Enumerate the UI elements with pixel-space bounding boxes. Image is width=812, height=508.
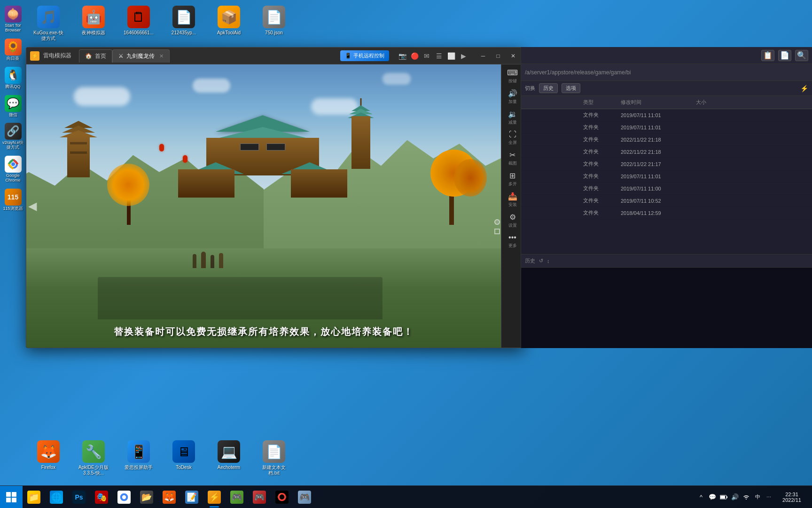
building-main: [169, 115, 357, 209]
game-checkbox-1[interactable]: [494, 229, 500, 234]
desktop-icon-youjia[interactable]: 🌻 向日葵: [1, 37, 25, 63]
tab-game-close[interactable]: ✕: [159, 53, 164, 59]
taskbar-chrome-tb[interactable]: [113, 486, 135, 508]
tray-ime[interactable]: 中: [753, 492, 762, 502]
desktop-icon-tor[interactable]: 🧅 Start Tor Browser: [1, 4, 25, 35]
sync-icon[interactable]: ↕: [547, 258, 550, 264]
file-date-7: 2019/07/11 11:00: [619, 185, 694, 192]
person-1: [193, 254, 196, 268]
tray-network[interactable]: [742, 492, 751, 502]
tray-expand[interactable]: ^: [696, 492, 706, 502]
desktop-icon-kugou-label: KuGou.exe-快捷方式: [31, 30, 65, 41]
file-row-1[interactable]: 文件夹 2019/07/11 11:01: [521, 109, 812, 121]
toolbar-camera-btn[interactable]: 📷: [397, 50, 408, 62]
history-btn[interactable]: 历史: [539, 83, 558, 93]
start-button[interactable]: [0, 486, 23, 508]
desktop-icon-todesk[interactable]: 🖥 ToDesk: [165, 438, 203, 478]
maximize-button[interactable]: □: [492, 51, 505, 61]
sidebar-fullscreen-btn[interactable]: ⛶ 全屏: [503, 128, 522, 148]
tray-message[interactable]: 💬: [708, 492, 717, 502]
sidebar-more-btn[interactable]: ••• 更多: [503, 231, 522, 251]
close-button[interactable]: ✕: [507, 51, 520, 61]
game-controls-right: [494, 219, 500, 234]
sidebar-voldown-btn[interactable]: 🔉 减量: [503, 108, 522, 127]
paste-btn[interactable]: 📄: [778, 50, 791, 61]
volume-down-icon: 🔉: [508, 110, 517, 119]
desktop-icon-apktoolaid[interactable]: 📦 ApkToolAid: [210, 4, 248, 38]
desktop-icon-weixin[interactable]: 💬 微信: [1, 93, 25, 119]
nav-arrow-left[interactable]: ◀: [28, 199, 37, 213]
pagoda-body: [67, 135, 90, 177]
taskbar-firefox-tb[interactable]: 🦊: [158, 486, 180, 508]
desktop-icon-firefox[interactable]: 🦊 Firefox: [30, 438, 67, 478]
toolbar-record-btn[interactable]: 🔴: [409, 50, 420, 62]
terminal-area[interactable]: [521, 268, 812, 348]
file-row-5[interactable]: 文件夹 2022/11/22 21:17: [521, 158, 812, 170]
desktop-icon-file1646[interactable]: 🗒 1646066661...: [120, 4, 157, 38]
tab-home[interactable]: 🏠 首页: [79, 49, 112, 63]
desktop-icon-browser115[interactable]: 115 115浏览器: [1, 187, 25, 213]
tray-volume[interactable]: 🔊: [730, 492, 740, 502]
file-row-6[interactable]: 文件夹 2019/07/11 11:01: [521, 170, 812, 183]
toolbar-menu-btn[interactable]: ☰: [433, 50, 445, 62]
desktop-icon-qq[interactable]: 🐧 腾讯QQ: [1, 65, 25, 91]
file-row-3[interactable]: 文件夹 2022/11/22 21:18: [521, 134, 812, 146]
file-row-2[interactable]: 文件夹 2019/07/11 11:01: [521, 121, 812, 134]
sidebar-multiopen-btn[interactable]: ⊞ 多开: [503, 169, 522, 189]
sidebar-screenshot-btn[interactable]: ✂ 截图: [503, 149, 522, 168]
desktop-icon-v2ray[interactable]: 🔗 v2rayN.e快捷方式: [1, 121, 25, 152]
copy-btn[interactable]: 📋: [761, 50, 774, 61]
tray-battery[interactable]: [719, 492, 728, 502]
minimize-button[interactable]: ─: [476, 51, 490, 61]
taskbar-filemanager[interactable]: 📂: [135, 486, 158, 508]
file-date-9: 2018/04/11 12:59: [619, 209, 694, 217]
search-btn[interactable]: 🔍: [795, 50, 808, 61]
tab-game[interactable]: ⚔ 九剑魔龙传 ✕: [112, 49, 170, 63]
taskbar-recording[interactable]: ⭕: [271, 486, 293, 508]
desktop-icon-aismirror[interactable]: 📱 爱思投屏助手: [120, 438, 157, 478]
path-display: /a/server1/appstore/release/game/game/bi: [525, 69, 808, 76]
taskbar-gamepad[interactable]: 🎮: [293, 486, 316, 508]
taskbar-game2[interactable]: 🎮: [248, 486, 271, 508]
taskbar-file-explorer[interactable]: 📁: [23, 486, 45, 508]
toolbar-sidebar-btn[interactable]: ▶: [458, 50, 469, 62]
taskbar-edge[interactable]: 🌐: [45, 486, 68, 508]
sidebar-volup-btn[interactable]: 🔊 加量: [503, 87, 522, 107]
desktop-icon-newfile[interactable]: 📄 新建文本文档.txt: [255, 438, 293, 478]
desktop-icon-json[interactable]: 📄 750.json: [255, 4, 293, 38]
refresh-icon[interactable]: ↺: [539, 258, 543, 264]
sidebar-keyboard-btn[interactable]: ⌨ 按键: [503, 66, 522, 86]
taskbar-app4[interactable]: 🎭: [90, 486, 113, 508]
desktop-icon-file212[interactable]: 📄 212435yp...: [165, 4, 203, 38]
game-radio-1[interactable]: [494, 219, 500, 225]
toolbar-expand-btn[interactable]: ⬜: [445, 50, 457, 62]
options-btn[interactable]: 选项: [562, 83, 580, 93]
taskbar-game1[interactable]: 🎮: [226, 486, 248, 508]
sidebar-settings-btn[interactable]: ⚙ 设置: [503, 211, 522, 230]
foliage-right: [454, 159, 487, 197]
desktop-icon-aechoterm[interactable]: 💻 Aechoterm: [210, 438, 248, 478]
taskbar-emulator-tb[interactable]: ⚡: [203, 486, 226, 508]
taskbar-clock[interactable]: 22:31 2022/11: [775, 492, 808, 503]
sidebar-install-btn[interactable]: 📥 安装: [503, 190, 522, 210]
desktop-icon-chrome[interactable]: Google Chrome: [1, 154, 25, 185]
file-row-9[interactable]: 文件夹 2018/04/11 12:59: [521, 207, 812, 219]
desktop-icon-tor-label: Start Tor Browser: [2, 24, 24, 33]
toolbar-mail-btn[interactable]: ✉: [421, 50, 432, 62]
remote-control-button[interactable]: 📱 手机远程控制: [340, 50, 389, 61]
desktop-icon-nox[interactable]: 🤖 夜神模拟器: [75, 4, 112, 38]
taskbar-photoshop[interactable]: Ps: [68, 486, 90, 508]
desktop-icon-kugou[interactable]: 🎵 KuGou.exe-快捷方式: [30, 4, 67, 43]
emulator-logo: ⚡: [30, 51, 39, 61]
desktop-icon-apkide[interactable]: 🔧 ApkIDE少月版3.3.5-快...: [75, 438, 112, 478]
game-area[interactable]: ◀ 替换装备时可以免费无损继承所有培养效果，放心地培养装备吧！: [26, 64, 501, 348]
taskbar-notepad[interactable]: 📝: [180, 486, 203, 508]
file-row-4[interactable]: 文件夹 2022/11/22 21:18: [521, 146, 812, 158]
file-type-5: 文件夹: [581, 159, 619, 168]
file-date-2: 2019/07/11 11:01: [619, 124, 694, 131]
file-row-7[interactable]: 文件夹 2019/07/11 11:00: [521, 183, 812, 195]
file-row-8[interactable]: 文件夹 2019/07/11 10:52: [521, 195, 812, 207]
multi-icon: ⊞: [509, 171, 515, 180]
tray-more-icons[interactable]: ⋯: [764, 492, 773, 502]
street-shadow: [98, 277, 383, 319]
